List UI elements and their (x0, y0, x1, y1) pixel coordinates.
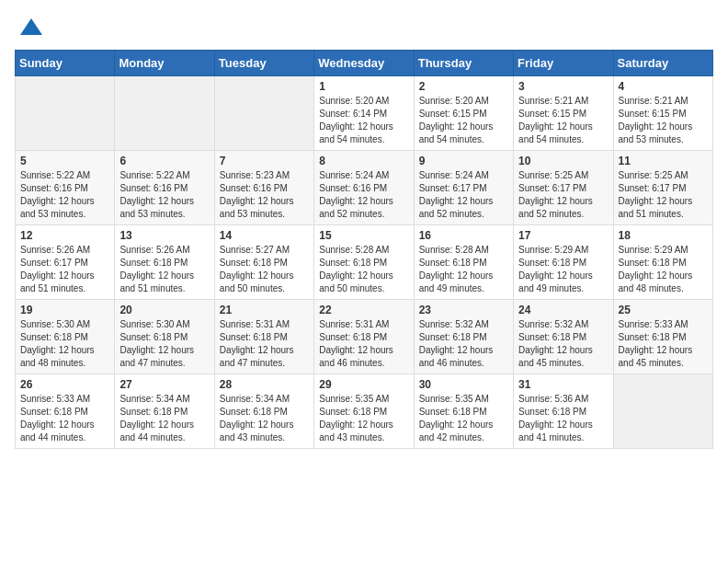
calendar-table: SundayMondayTuesdayWednesdayThursdayFrid… (15, 50, 713, 449)
calendar-header-row: SundayMondayTuesdayWednesdayThursdayFrid… (16, 51, 713, 76)
day-number: 8 (319, 155, 408, 167)
day-info: Sunrise: 5:35 AMSunset: 6:18 PMDaylight:… (319, 393, 408, 444)
day-info: Sunrise: 5:34 AMSunset: 6:18 PMDaylight:… (119, 393, 209, 444)
calendar-day-cell: 2Sunrise: 5:20 AMSunset: 6:15 PMDaylight… (414, 76, 513, 151)
day-number: 17 (518, 229, 608, 242)
day-info: Sunrise: 5:23 AMSunset: 6:16 PMDaylight:… (220, 169, 309, 221)
day-info: Sunrise: 5:26 AMSunset: 6:17 PMDaylight:… (20, 244, 109, 295)
day-info: Sunrise: 5:20 AMSunset: 6:15 PMDaylight:… (419, 95, 508, 146)
calendar-day-cell: 1Sunrise: 5:20 AMSunset: 6:14 PMDaylight… (314, 76, 414, 151)
day-info: Sunrise: 5:28 AMSunset: 6:18 PMDaylight:… (319, 244, 408, 295)
day-number: 13 (119, 229, 209, 242)
day-number: 4 (619, 80, 708, 93)
day-info: Sunrise: 5:26 AMSunset: 6:18 PMDaylight:… (119, 244, 209, 295)
weekday-header: Tuesday (214, 51, 313, 76)
calendar-day-cell: 3Sunrise: 5:21 AMSunset: 6:15 PMDaylight… (514, 76, 613, 151)
weekday-header: Thursday (414, 51, 513, 76)
day-number: 6 (119, 155, 209, 167)
day-info: Sunrise: 5:35 AMSunset: 6:18 PMDaylight:… (419, 393, 508, 444)
calendar-day-cell: 24Sunrise: 5:32 AMSunset: 6:18 PMDayligh… (514, 300, 613, 374)
calendar-day-cell: 29Sunrise: 5:35 AMSunset: 6:18 PMDayligh… (314, 374, 414, 449)
day-info: Sunrise: 5:25 AMSunset: 6:17 PMDaylight:… (619, 169, 708, 221)
calendar-day-cell: 6Sunrise: 5:22 AMSunset: 6:16 PMDaylight… (115, 151, 214, 225)
day-info: Sunrise: 5:32 AMSunset: 6:18 PMDaylight:… (518, 318, 608, 370)
weekday-header: Monday (115, 51, 214, 76)
calendar-day-cell (613, 374, 712, 449)
calendar-day-cell: 14Sunrise: 5:27 AMSunset: 6:18 PMDayligh… (214, 225, 313, 300)
calendar-week-row: 19Sunrise: 5:30 AMSunset: 6:18 PMDayligh… (16, 300, 713, 374)
day-number: 18 (619, 229, 708, 242)
day-number: 28 (220, 378, 309, 391)
day-info: Sunrise: 5:20 AMSunset: 6:14 PMDaylight:… (319, 95, 408, 146)
calendar-week-row: 1Sunrise: 5:20 AMSunset: 6:14 PMDaylight… (16, 76, 713, 151)
day-number: 27 (119, 378, 209, 391)
day-info: Sunrise: 5:33 AMSunset: 6:18 PMDaylight:… (20, 393, 109, 444)
day-number: 9 (419, 155, 508, 167)
day-info: Sunrise: 5:31 AMSunset: 6:18 PMDaylight:… (319, 318, 408, 370)
day-number: 1 (319, 80, 408, 93)
svg-rect-1 (28, 28, 35, 35)
day-number: 20 (119, 304, 209, 316)
page-header (15, 15, 713, 40)
calendar-day-cell: 7Sunrise: 5:23 AMSunset: 6:16 PMDaylight… (214, 151, 313, 225)
calendar-day-cell: 25Sunrise: 5:33 AMSunset: 6:18 PMDayligh… (613, 300, 712, 374)
calendar-week-row: 5Sunrise: 5:22 AMSunset: 6:16 PMDaylight… (16, 151, 713, 225)
day-info: Sunrise: 5:24 AMSunset: 6:16 PMDaylight:… (319, 169, 408, 221)
day-number: 5 (20, 155, 109, 167)
calendar-day-cell: 27Sunrise: 5:34 AMSunset: 6:18 PMDayligh… (115, 374, 214, 449)
day-number: 16 (419, 229, 508, 242)
day-info: Sunrise: 5:24 AMSunset: 6:17 PMDaylight:… (419, 169, 508, 221)
day-info: Sunrise: 5:28 AMSunset: 6:18 PMDaylight:… (419, 244, 508, 295)
day-number: 10 (518, 155, 608, 167)
day-number: 21 (220, 304, 309, 316)
calendar-day-cell: 11Sunrise: 5:25 AMSunset: 6:17 PMDayligh… (613, 151, 712, 225)
day-number: 3 (518, 80, 608, 93)
day-info: Sunrise: 5:27 AMSunset: 6:18 PMDaylight:… (220, 244, 309, 295)
day-number: 31 (518, 378, 608, 391)
day-number: 12 (20, 229, 109, 242)
calendar-week-row: 12Sunrise: 5:26 AMSunset: 6:17 PMDayligh… (16, 225, 713, 300)
day-info: Sunrise: 5:29 AMSunset: 6:18 PMDaylight:… (518, 244, 608, 295)
calendar-day-cell (214, 76, 313, 151)
calendar-day-cell (16, 76, 115, 151)
calendar-day-cell: 26Sunrise: 5:33 AMSunset: 6:18 PMDayligh… (16, 374, 115, 449)
calendar-day-cell: 10Sunrise: 5:25 AMSunset: 6:17 PMDayligh… (514, 151, 613, 225)
day-number: 25 (619, 304, 708, 316)
day-info: Sunrise: 5:31 AMSunset: 6:18 PMDaylight:… (220, 318, 309, 370)
calendar-day-cell: 5Sunrise: 5:22 AMSunset: 6:16 PMDaylight… (16, 151, 115, 225)
calendar-day-cell: 13Sunrise: 5:26 AMSunset: 6:18 PMDayligh… (115, 225, 214, 300)
logo-icon (18, 15, 44, 40)
day-info: Sunrise: 5:22 AMSunset: 6:16 PMDaylight:… (119, 169, 209, 221)
calendar-day-cell: 22Sunrise: 5:31 AMSunset: 6:18 PMDayligh… (314, 300, 414, 374)
day-info: Sunrise: 5:33 AMSunset: 6:18 PMDaylight:… (619, 318, 708, 370)
weekday-header: Saturday (613, 51, 712, 76)
day-info: Sunrise: 5:36 AMSunset: 6:18 PMDaylight:… (518, 393, 608, 444)
calendar-day-cell: 8Sunrise: 5:24 AMSunset: 6:16 PMDaylight… (314, 151, 414, 225)
day-info: Sunrise: 5:32 AMSunset: 6:18 PMDaylight:… (419, 318, 508, 370)
day-number: 7 (220, 155, 309, 167)
weekday-header: Wednesday (314, 51, 414, 76)
day-number: 26 (20, 378, 109, 391)
day-number: 2 (419, 80, 508, 93)
day-info: Sunrise: 5:22 AMSunset: 6:16 PMDaylight:… (20, 169, 109, 221)
calendar-day-cell: 4Sunrise: 5:21 AMSunset: 6:15 PMDaylight… (613, 76, 712, 151)
logo (15, 15, 44, 40)
calendar-day-cell: 30Sunrise: 5:35 AMSunset: 6:18 PMDayligh… (414, 374, 513, 449)
day-number: 23 (419, 304, 508, 316)
day-number: 29 (319, 378, 408, 391)
day-info: Sunrise: 5:25 AMSunset: 6:17 PMDaylight:… (518, 169, 608, 221)
calendar-day-cell: 28Sunrise: 5:34 AMSunset: 6:18 PMDayligh… (214, 374, 313, 449)
calendar-day-cell: 9Sunrise: 5:24 AMSunset: 6:17 PMDaylight… (414, 151, 513, 225)
calendar-day-cell: 18Sunrise: 5:29 AMSunset: 6:18 PMDayligh… (613, 225, 712, 300)
day-info: Sunrise: 5:30 AMSunset: 6:18 PMDaylight:… (20, 318, 109, 370)
calendar-day-cell: 15Sunrise: 5:28 AMSunset: 6:18 PMDayligh… (314, 225, 414, 300)
day-info: Sunrise: 5:30 AMSunset: 6:18 PMDaylight:… (119, 318, 209, 370)
day-number: 19 (20, 304, 109, 316)
day-number: 30 (419, 378, 508, 391)
day-number: 14 (220, 229, 309, 242)
weekday-header: Sunday (16, 51, 115, 76)
calendar-week-row: 26Sunrise: 5:33 AMSunset: 6:18 PMDayligh… (16, 374, 713, 449)
calendar-day-cell: 17Sunrise: 5:29 AMSunset: 6:18 PMDayligh… (514, 225, 613, 300)
day-info: Sunrise: 5:21 AMSunset: 6:15 PMDaylight:… (619, 95, 708, 146)
calendar-day-cell (115, 76, 214, 151)
